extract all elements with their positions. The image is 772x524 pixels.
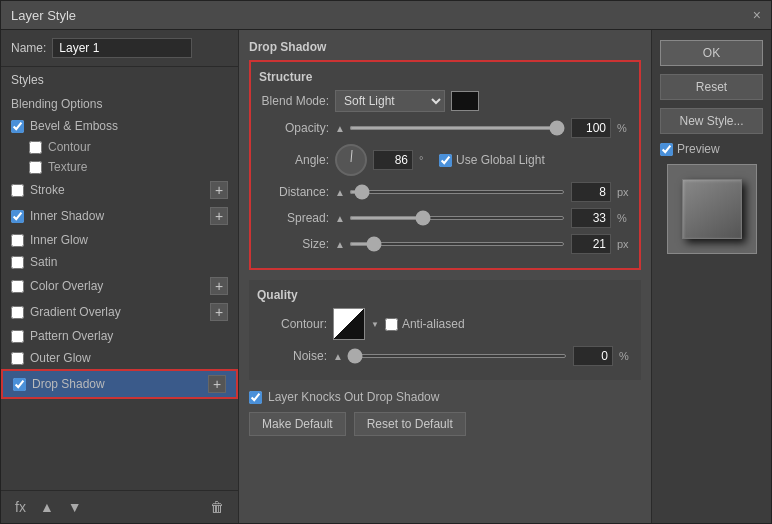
title-bar: Layer Style × [1, 1, 771, 30]
color-overlay-add-button[interactable]: + [210, 277, 228, 295]
sidebar-item-satin[interactable]: Satin [1, 251, 238, 273]
structure-box: Structure Blend Mode: Soft Light Normal … [249, 60, 641, 270]
sidebar-item-gradient-overlay[interactable]: Gradient Overlay + [1, 299, 238, 325]
contour-checkbox[interactable] [29, 141, 42, 154]
bevel-emboss-checkbox[interactable] [11, 120, 24, 133]
spread-unit: % [617, 212, 631, 224]
styles-list: Blending Options Bevel & Emboss Contour [1, 93, 238, 490]
size-unit: px [617, 238, 631, 250]
global-light-check: Use Global Light [439, 153, 545, 167]
sidebar-item-bevel-emboss[interactable]: Bevel & Emboss [1, 115, 238, 137]
spread-slider[interactable] [349, 216, 565, 220]
texture-checkbox[interactable] [29, 161, 42, 174]
stroke-checkbox[interactable] [11, 184, 24, 197]
sidebar-item-outer-glow[interactable]: Outer Glow [1, 347, 238, 369]
angle-label: Angle: [259, 153, 329, 167]
global-light-checkbox[interactable] [439, 154, 452, 167]
inner-shadow-label: Inner Shadow [30, 209, 104, 223]
name-label: Name: [11, 41, 46, 55]
outer-glow-checkbox[interactable] [11, 352, 24, 365]
pattern-overlay-checkbox[interactable] [11, 330, 24, 343]
sidebar-item-pattern-overlay[interactable]: Pattern Overlay [1, 325, 238, 347]
sidebar-item-inner-glow[interactable]: Inner Glow [1, 229, 238, 251]
preview-checkbox[interactable] [660, 143, 673, 156]
gradient-overlay-label: Gradient Overlay [30, 305, 121, 319]
ok-button[interactable]: OK [660, 40, 763, 66]
drop-shadow-add-button[interactable]: + [208, 375, 226, 393]
blend-mode-row: Blend Mode: Soft Light Normal Multiply S… [259, 90, 631, 112]
opacity-slider[interactable] [349, 126, 565, 130]
opacity-unit: % [617, 122, 631, 134]
drop-shadow-checkbox[interactable] [13, 378, 26, 391]
sidebar-item-texture[interactable]: Texture [1, 157, 238, 177]
distance-input[interactable] [571, 182, 611, 202]
sidebar-item-drop-shadow[interactable]: Drop Shadow + [1, 369, 238, 399]
stroke-add-button[interactable]: + [210, 181, 228, 199]
sidebar-item-inner-shadow[interactable]: Inner Shadow + [1, 203, 238, 229]
spread-slider-container: ▲ [335, 213, 565, 224]
inner-shadow-checkbox[interactable] [11, 210, 24, 223]
preview-inner [682, 179, 742, 239]
blend-mode-select[interactable]: Soft Light Normal Multiply Screen Overla… [335, 90, 445, 112]
new-style-button[interactable]: New Style... [660, 108, 763, 134]
inner-glow-label: Inner Glow [30, 233, 88, 247]
reset-button[interactable]: Reset [660, 74, 763, 100]
dialog-body: Name: Styles Blending Options Bevel & Em… [1, 30, 771, 523]
layer-knocks-checkbox[interactable] [249, 391, 262, 404]
distance-slider[interactable] [349, 190, 565, 194]
fx-button[interactable]: fx [11, 497, 30, 517]
blending-options-label: Blending Options [11, 97, 102, 111]
quality-title: Quality [257, 288, 633, 302]
distance-row: Distance: ▲ px [259, 182, 631, 202]
right-panel: OK Reset New Style... Preview [651, 30, 771, 523]
size-slider[interactable] [349, 242, 565, 246]
sidebar-item-color-overlay[interactable]: Color Overlay + [1, 273, 238, 299]
reset-to-default-button[interactable]: Reset to Default [354, 412, 466, 436]
distance-triangle-icon: ▲ [335, 187, 345, 198]
name-row: Name: [1, 30, 238, 67]
move-up-button[interactable]: ▲ [36, 497, 58, 517]
noise-slider-container: ▲ [333, 351, 567, 362]
anti-alias-checkbox[interactable] [385, 318, 398, 331]
angle-dial[interactable] [335, 144, 367, 176]
opacity-triangle-icon: ▲ [335, 123, 345, 134]
noise-slider[interactable] [347, 354, 567, 358]
contour-dropdown-arrow[interactable]: ▼ [371, 320, 379, 329]
gradient-overlay-add-button[interactable]: + [210, 303, 228, 321]
angle-input[interactable] [373, 150, 413, 170]
size-triangle-icon: ▲ [335, 239, 345, 250]
blending-options-left: Blending Options [11, 97, 102, 111]
layer-name-input[interactable] [52, 38, 192, 58]
satin-label: Satin [30, 255, 57, 269]
move-down-button[interactable]: ▼ [64, 497, 86, 517]
anti-alias-check: Anti-aliased [385, 317, 465, 331]
color-overlay-checkbox[interactable] [11, 280, 24, 293]
spread-input[interactable] [571, 208, 611, 228]
distance-label: Distance: [259, 185, 329, 199]
angle-row: Angle: ° Use Global Light [259, 144, 631, 176]
styles-header: Styles [1, 67, 238, 93]
opacity-input[interactable] [571, 118, 611, 138]
close-button[interactable]: × [753, 7, 761, 23]
sidebar-item-blending-options[interactable]: Blending Options [1, 93, 238, 115]
preview-label: Preview [677, 142, 720, 156]
pattern-overlay-label: Pattern Overlay [30, 329, 113, 343]
contour-preview[interactable] [333, 308, 365, 340]
size-input[interactable] [571, 234, 611, 254]
left-panel: Name: Styles Blending Options Bevel & Em… [1, 30, 239, 523]
delete-button[interactable]: 🗑 [206, 497, 228, 517]
sidebar-item-stroke[interactable]: Stroke + [1, 177, 238, 203]
bevel-emboss-left: Bevel & Emboss [11, 119, 118, 133]
satin-checkbox[interactable] [11, 256, 24, 269]
color-overlay-label: Color Overlay [30, 279, 103, 293]
inner-shadow-add-button[interactable]: + [210, 207, 228, 225]
global-light-label: Use Global Light [456, 153, 545, 167]
gradient-overlay-checkbox[interactable] [11, 306, 24, 319]
structure-title: Structure [259, 70, 631, 84]
noise-input[interactable] [573, 346, 613, 366]
inner-glow-checkbox[interactable] [11, 234, 24, 247]
drop-shadow-section-title: Drop Shadow [249, 40, 641, 54]
make-default-button[interactable]: Make Default [249, 412, 346, 436]
sidebar-item-contour[interactable]: Contour [1, 137, 238, 157]
shadow-color-swatch[interactable] [451, 91, 479, 111]
